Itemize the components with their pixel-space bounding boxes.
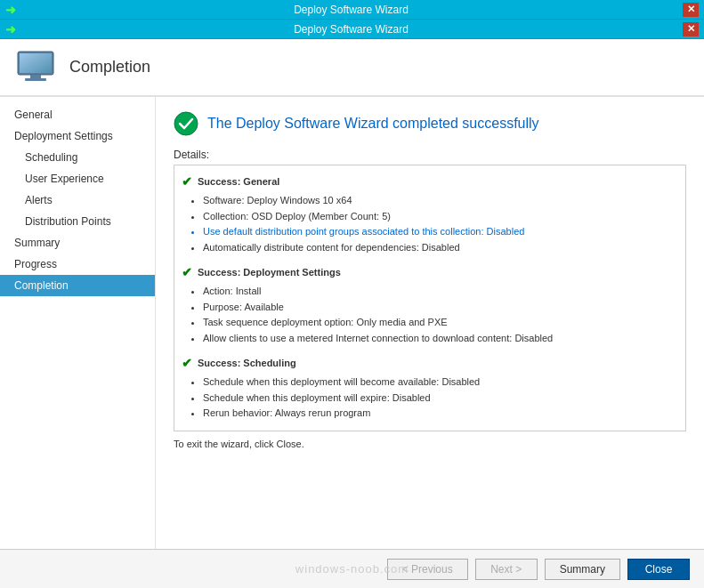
arrow-icon: ➜: [5, 3, 16, 17]
exit-text: To exit the wizard, click Close.: [174, 439, 686, 449]
sidebar-item-alerts[interactable]: Alerts: [0, 189, 155, 211]
list-item: Collection: OSD Deploy (Member Count: 5): [203, 209, 678, 224]
list-item: Allow clients to use a metered Internet …: [203, 331, 678, 346]
svg-rect-2: [20, 53, 52, 73]
section-header-general: ✔ Success: General: [182, 173, 678, 191]
detail-section-scheduling: ✔ Success: Scheduling Schedule when this…: [182, 354, 678, 421]
check-icon-deployment: ✔: [182, 263, 192, 282]
footer: windows-noob.com < Previous Next > Summa…: [0, 549, 704, 588]
detail-list-deployment: Action: Install Purpose: Available Task …: [182, 284, 678, 345]
section-header-scheduling: ✔ Success: Scheduling: [182, 354, 678, 373]
list-item: Rerun behavior: Always rerun program: [203, 406, 678, 421]
detail-section-deployment: ✔ Success: Deployment Settings Action: I…: [182, 263, 678, 345]
title-bar-primary: ➜ Deploy Software Wizard ✕: [0, 0, 704, 20]
sidebar-item-progress[interactable]: Progress: [0, 254, 155, 275]
list-item: Purpose: Available: [203, 300, 678, 315]
section-title-general: Success: General: [198, 174, 279, 189]
sidebar-item-completion[interactable]: Completion: [0, 275, 155, 296]
title-bar-secondary: ➜ Deploy Software Wizard ✕: [0, 20, 704, 39]
close-button-secondary[interactable]: ✕: [683, 22, 699, 36]
list-item: Software: Deploy Windows 10 x64: [203, 193, 678, 208]
check-icon-general: ✔: [182, 173, 192, 191]
details-label: Details:: [174, 149, 686, 161]
sidebar-item-user-experience[interactable]: User Experience: [0, 168, 155, 189]
next-button[interactable]: Next >: [475, 559, 538, 580]
list-item: Action: Install: [203, 284, 678, 299]
detail-section-user-experience: ✔ Success: User Experience Allow users t…: [182, 430, 678, 432]
check-icon-user-experience: ✔: [182, 430, 192, 432]
content-area: The Deploy Software Wizard completed suc…: [156, 97, 704, 549]
section-title-scheduling: Success: Scheduling: [198, 356, 296, 371]
sidebar: General Deployment Settings Scheduling U…: [0, 97, 156, 549]
arrow-icon-2: ➜: [5, 22, 16, 36]
title-text-secondary: Deploy Software Wizard: [20, 23, 683, 36]
section-title-deployment: Success: Deployment Settings: [198, 265, 341, 280]
svg-rect-3: [30, 75, 41, 78]
sidebar-item-general[interactable]: General: [0, 104, 155, 125]
sidebar-item-summary[interactable]: Summary: [0, 232, 155, 254]
close-button-primary[interactable]: ✕: [683, 3, 699, 17]
detail-list-general: Software: Deploy Windows 10 x64 Collecti…: [182, 193, 678, 254]
sidebar-item-scheduling[interactable]: Scheduling: [0, 147, 155, 168]
check-icon-scheduling: ✔: [182, 354, 192, 373]
header: Completion: [0, 39, 704, 97]
computer-icon: [14, 46, 57, 89]
list-item: Use default distribution point groups as…: [203, 224, 678, 239]
list-item: Schedule when this deployment will expir…: [203, 391, 678, 406]
sidebar-item-deployment-settings[interactable]: Deployment Settings: [0, 125, 155, 147]
section-header-user-experience: ✔ Success: User Experience: [182, 430, 678, 432]
close-button-footer[interactable]: Close: [627, 559, 690, 580]
list-item: Task sequence deployment option: Only me…: [203, 315, 678, 330]
list-item: Automatically distribute content for dep…: [203, 240, 678, 255]
section-header-deployment: ✔ Success: Deployment Settings: [182, 263, 678, 282]
list-item: Schedule when this deployment will becom…: [203, 375, 678, 390]
success-icon: [174, 111, 198, 136]
detail-section-general: ✔ Success: General Software: Deploy Wind…: [182, 173, 678, 254]
details-box[interactable]: ✔ Success: General Software: Deploy Wind…: [174, 165, 686, 431]
svg-point-5: [174, 112, 198, 135]
title-text-primary: Deploy Software Wizard: [20, 4, 683, 16]
previous-button[interactable]: < Previous: [387, 559, 468, 580]
summary-button[interactable]: Summary: [545, 559, 620, 580]
success-message: The Deploy Software Wizard completed suc…: [207, 116, 539, 132]
page-title: Completion: [69, 58, 150, 77]
success-header: The Deploy Software Wizard completed suc…: [174, 111, 686, 136]
sidebar-item-distribution-points[interactable]: Distribution Points: [0, 211, 155, 232]
svg-rect-4: [25, 78, 46, 81]
detail-list-scheduling: Schedule when this deployment will becom…: [182, 375, 678, 421]
main-layout: General Deployment Settings Scheduling U…: [0, 97, 704, 549]
